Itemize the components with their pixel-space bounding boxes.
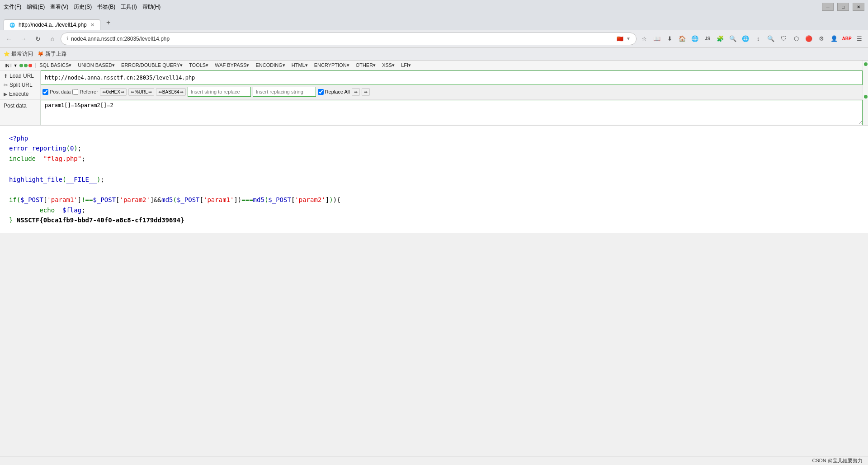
base64-label[interactable]: BASE64 <box>162 89 179 94</box>
sync-icon[interactable]: ↕ <box>752 33 764 45</box>
int-chevron[interactable]: ▼ <box>14 63 18 68</box>
ext1-icon[interactable]: 🧩 <box>714 33 726 45</box>
menu-lfi[interactable]: LFI▾ <box>398 61 414 69</box>
referrer-label[interactable]: Referrer <box>80 89 98 94</box>
code-func-highlight: highlight_file <box>9 176 62 183</box>
hackbar: INT ▼ | SQL BASICS▾ UNION BASED▾ ERROR/D… <box>0 61 868 126</box>
indicator-dot-2 <box>864 95 868 99</box>
home2-icon[interactable]: 🏠 <box>676 33 688 45</box>
minimize-button[interactable]: ─ <box>822 3 834 11</box>
menu-xss[interactable]: XSS▾ <box>379 61 397 69</box>
dot-red <box>28 64 32 67</box>
dot-green1 <box>19 64 23 67</box>
abp-icon[interactable]: ABP <box>841 33 853 45</box>
0xhex-label[interactable]: 0xHEX <box>106 89 120 94</box>
menu-bar[interactable]: 文件(F) 编辑(E) 查看(V) 历史(S) 书签(B) 工具(I) 帮助(H… <box>4 3 160 11</box>
int-dropdown[interactable]: INT ▼ <box>3 62 34 69</box>
execute-label[interactable]: Execute <box>9 91 28 97</box>
split-url-item[interactable]: ✂ Split URL <box>0 80 40 89</box>
download-icon[interactable]: ⬇ <box>664 33 675 45</box>
referrer-checkbox[interactable] <box>72 89 78 95</box>
int-label[interactable]: INT <box>5 63 13 68</box>
replace-action-btn[interactable]: ➡ <box>352 88 360 96</box>
menu-encryption[interactable]: ENCRYPTION▾ <box>311 61 352 69</box>
hackbar-toolbar: Post data Referrer ⬅ 0xHEX ➡ ⬅ <box>41 85 863 98</box>
menu-encoding[interactable]: ENCODING▾ <box>253 61 288 69</box>
hackbar-right-indicators <box>863 61 868 125</box>
menu-waf-bypass[interactable]: WAF BYPASS▾ <box>212 61 252 69</box>
globe-icon[interactable]: 🌐 <box>689 33 701 45</box>
decode-url-btn[interactable]: ⬅ %URL ➡ <box>128 88 154 96</box>
hackbar-main: INT ▼ | SQL BASICS▾ UNION BASED▾ ERROR/D… <box>0 61 863 125</box>
split-icon: ✂ <box>4 82 8 88</box>
active-tab[interactable]: 🌐 http://node4.a.../levell14.php ✕ <box>4 19 100 30</box>
code-display: <?php error_reporting(0); include "flag.… <box>0 126 868 233</box>
plugin1-icon[interactable]: ⬡ <box>790 33 802 45</box>
search-icon[interactable]: 🔍 <box>727 33 739 45</box>
menu-union-based[interactable]: UNION BASED▾ <box>75 61 118 69</box>
translate-icon[interactable]: 🌐 <box>740 33 751 45</box>
reader-icon[interactable]: 📖 <box>651 33 663 45</box>
menu-edit[interactable]: 编辑(E) <box>27 3 45 11</box>
tab-close-button[interactable]: ✕ <box>90 22 94 28</box>
split-url-label[interactable]: Split URL <box>9 82 33 88</box>
menu-view[interactable]: 查看(V) <box>50 3 68 11</box>
address-field[interactable]: ℹ node4.anna.nssctf.cn:28035/levell14.ph… <box>61 33 637 45</box>
menu-icon[interactable]: ☰ <box>854 33 865 45</box>
address-bar: ← → ↻ ⌂ ℹ node4.anna.nssctf.cn:28035/lev… <box>0 30 868 48</box>
insert-replacing-input[interactable] <box>253 87 316 97</box>
menu-bookmarks[interactable]: 书签(B) <box>97 3 115 11</box>
bookmark-most-visited-label[interactable]: 最常访问 <box>11 50 33 58</box>
post-data-label[interactable]: Post data <box>50 89 71 94</box>
replace-arrow1-icon: ➡ <box>354 89 358 94</box>
menu-history[interactable]: 历史(S) <box>74 3 92 11</box>
bookmark-newbie-label[interactable]: 新手上路 <box>45 50 67 58</box>
post-data-checkbox[interactable] <box>42 89 48 95</box>
close-button[interactable]: ✕ <box>853 3 864 11</box>
maximize-button[interactable]: □ <box>837 3 849 11</box>
reload-button[interactable]: ↻ <box>32 33 44 45</box>
decode-0xhex-btn[interactable]: ⬅ 0xHEX ➡ <box>100 88 127 96</box>
execute-item[interactable]: ▶ Execute <box>0 89 40 99</box>
bookmark-most-visited[interactable]: ⭐ 最常访问 <box>4 50 33 58</box>
address-text[interactable]: node4.anna.nssctf.cn:28035/levell14.php <box>71 36 614 42</box>
menu-help[interactable]: 帮助(H) <box>142 3 161 11</box>
menu-file[interactable]: 文件(F) <box>4 3 21 11</box>
menu-error-double[interactable]: ERROR/DOUBLE QUERY▾ <box>118 61 185 69</box>
left-arrow3-icon: ⬅ <box>158 89 162 94</box>
plugin2-icon[interactable]: 🔴 <box>803 33 815 45</box>
shield-icon[interactable]: 🛡 <box>778 33 789 45</box>
load-icon: ⬆ <box>4 73 8 79</box>
post-data-textarea[interactable] <box>41 100 863 125</box>
replace-all-checkbox[interactable] <box>318 89 324 95</box>
replace-all-label[interactable]: Replace All <box>325 89 350 94</box>
menu-tools[interactable]: 工具(I) <box>121 3 137 11</box>
load-url-item[interactable]: ⬆ Load URL <box>0 71 40 80</box>
forward-button[interactable]: → <box>17 33 30 45</box>
zoom-icon[interactable]: 🔍 <box>765 33 777 45</box>
plugin3-icon[interactable]: ⚙ <box>816 33 827 45</box>
bookmark-newbie[interactable]: 🦊 新手上路 <box>38 50 67 58</box>
replace-action2-btn[interactable]: ➡ <box>362 88 370 96</box>
code-line-2: error_reporting(0); <box>9 143 859 153</box>
load-url-label[interactable]: Load URL <box>9 73 34 79</box>
insert-string-input[interactable] <box>188 87 251 97</box>
js-icon[interactable]: JS <box>702 33 713 45</box>
back-button[interactable]: ← <box>3 33 15 45</box>
home-button[interactable]: ⌂ <box>46 33 59 45</box>
menu-other[interactable]: OTHER▾ <box>353 61 379 69</box>
menu-tools[interactable]: TOOLS▾ <box>186 61 211 69</box>
menu-sql-basics[interactable]: SQL BASICS▾ <box>37 61 74 69</box>
dropdown-icon[interactable]: ▼ <box>626 36 631 41</box>
user-icon[interactable]: 👤 <box>828 33 840 45</box>
execute-icon: ▶ <box>4 91 7 97</box>
decode-base64-btn[interactable]: ⬅ BASE64 ➡ <box>156 88 186 96</box>
menu-html[interactable]: HTML▾ <box>289 61 311 69</box>
star-icon[interactable]: ☆ <box>638 33 650 45</box>
url-encode-label[interactable]: %URL <box>135 89 148 94</box>
sep1: | <box>35 63 36 68</box>
code-line-3: include "flag.php"; <box>9 154 859 164</box>
url-input[interactable] <box>41 70 863 85</box>
tab-title: http://node4.a.../levell14.php <box>19 22 87 28</box>
new-tab-button[interactable]: + <box>102 16 115 29</box>
